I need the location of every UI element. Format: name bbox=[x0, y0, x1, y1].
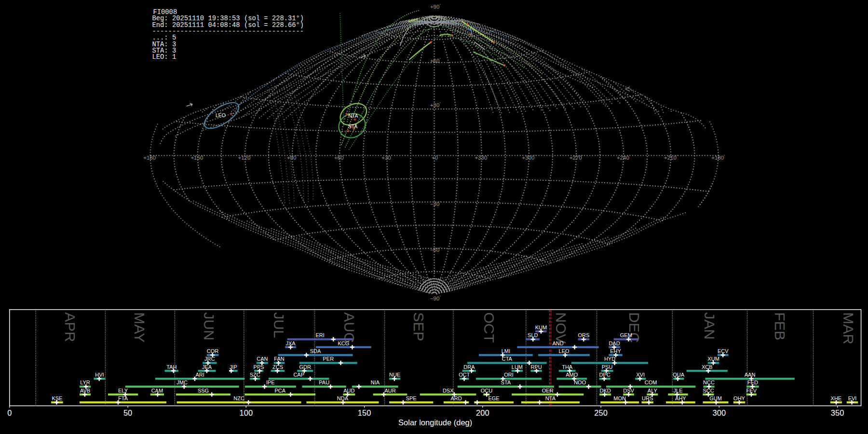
svg-text:AUD: AUD bbox=[343, 388, 354, 393]
svg-text:300: 300 bbox=[713, 408, 726, 417]
svg-text:KUM: KUM bbox=[535, 325, 547, 330]
svg-text:+270˚: +270˚ bbox=[570, 154, 583, 161]
svg-text:+60˚: +60˚ bbox=[334, 154, 345, 161]
svg-text:FTA: FTA bbox=[118, 395, 128, 401]
svg-text:CTA: CTA bbox=[502, 356, 513, 362]
svg-text:+90˚: +90˚ bbox=[430, 3, 441, 10]
svg-text:PPS: PPS bbox=[254, 364, 264, 370]
svg-text:NTA: NTA bbox=[348, 113, 358, 119]
svg-text:NUE: NUE bbox=[389, 372, 400, 378]
svg-text:AVB: AVB bbox=[80, 388, 90, 393]
svg-text:XCB: XCB bbox=[702, 364, 713, 370]
svg-text:QUA: QUA bbox=[673, 372, 685, 378]
svg-text:FAN: FAN bbox=[274, 356, 284, 362]
svg-text:GDR: GDR bbox=[299, 364, 311, 370]
svg-text:JUL: JUL bbox=[271, 312, 287, 338]
svg-text:LUM: LUM bbox=[512, 364, 523, 370]
svg-text:−90˚: −90˚ bbox=[430, 295, 441, 301]
svg-text:ELY: ELY bbox=[118, 388, 128, 393]
svg-text:ORS: ORS bbox=[578, 332, 589, 338]
svg-text:OER: OER bbox=[542, 388, 554, 393]
svg-text:OCT: OCT bbox=[481, 312, 497, 343]
svg-text:+30˚: +30˚ bbox=[430, 102, 441, 108]
svg-text:LMI: LMI bbox=[502, 348, 510, 354]
svg-text:PAU: PAU bbox=[319, 380, 329, 385]
svg-text:+60˚: +60˚ bbox=[430, 57, 441, 64]
svg-text:DSV: DSV bbox=[623, 388, 634, 393]
svg-text:EHY: EHY bbox=[610, 348, 621, 354]
svg-text:SPE: SPE bbox=[406, 395, 417, 401]
svg-text:XHE: XHE bbox=[831, 395, 842, 401]
svg-text:PCA: PCA bbox=[274, 388, 285, 393]
svg-text:NDA: NDA bbox=[337, 395, 349, 401]
svg-text:ALY: ALY bbox=[648, 388, 658, 393]
svg-text:100: 100 bbox=[240, 408, 253, 417]
svg-text:EVI: EVI bbox=[848, 395, 857, 401]
svg-text:JLE: JLE bbox=[674, 388, 683, 393]
svg-text:JEA: JEA bbox=[202, 364, 212, 370]
svg-text:SLD: SLD bbox=[528, 332, 538, 338]
svg-text:MAR: MAR bbox=[841, 312, 856, 345]
svg-text:MAY: MAY bbox=[132, 312, 148, 343]
svg-text:DRA: DRA bbox=[463, 364, 475, 370]
svg-text:ARI: ARI bbox=[196, 372, 204, 378]
svg-text:250: 250 bbox=[594, 408, 608, 417]
svg-text:APR: APR bbox=[62, 312, 78, 342]
svg-text:HYD: HYD bbox=[604, 356, 615, 362]
svg-text:ERI: ERI bbox=[315, 332, 324, 338]
svg-text:LYR: LYR bbox=[80, 380, 90, 385]
svg-text:XVI: XVI bbox=[636, 372, 645, 378]
svg-text:CAP: CAP bbox=[293, 372, 304, 378]
svg-text:AND: AND bbox=[552, 340, 563, 346]
svg-text:NZC: NZC bbox=[233, 395, 244, 401]
svg-text:NOO: NOO bbox=[574, 380, 586, 385]
svg-text:+330˚: +330˚ bbox=[475, 154, 488, 161]
svg-text:FEB: FEB bbox=[772, 312, 788, 340]
svg-text:JIP: JIP bbox=[230, 364, 237, 370]
svg-text:NCC: NCC bbox=[703, 380, 715, 385]
svg-text:IPE: IPE bbox=[266, 380, 275, 385]
svg-text:GUM: GUM bbox=[709, 395, 722, 401]
svg-text:STA: STA bbox=[348, 123, 358, 129]
svg-text:LEO: LEO bbox=[216, 112, 226, 118]
svg-text:ZCS: ZCS bbox=[272, 364, 283, 370]
svg-text:DKD: DKD bbox=[599, 388, 610, 393]
svg-text:OHY: OHY bbox=[733, 395, 746, 401]
svg-text:AAN: AAN bbox=[745, 372, 756, 378]
svg-text:+180˚: +180˚ bbox=[711, 154, 725, 161]
svg-text:AMO: AMO bbox=[566, 372, 578, 378]
svg-text:TAH: TAH bbox=[166, 364, 176, 370]
svg-text:SDA: SDA bbox=[310, 348, 321, 354]
svg-text:AUR: AUR bbox=[384, 388, 395, 393]
svg-text:NTA: NTA bbox=[545, 395, 556, 401]
svg-text:+180˚: +180˚ bbox=[143, 154, 157, 161]
svg-text:MON: MON bbox=[613, 395, 626, 401]
svg-text:DPC: DPC bbox=[599, 372, 610, 378]
svg-text:SSG: SSG bbox=[198, 388, 209, 393]
svg-text:CAM: CAM bbox=[151, 388, 163, 393]
svg-text:−30˚: −30˚ bbox=[430, 201, 441, 207]
svg-text:350: 350 bbox=[831, 408, 844, 417]
svg-text:LEO: 1: LEO: 1 bbox=[152, 54, 176, 61]
svg-text:0: 0 bbox=[7, 408, 12, 417]
svg-text:DSX: DSX bbox=[443, 388, 454, 393]
svg-text:RPU: RPU bbox=[531, 364, 542, 370]
svg-text:GEM: GEM bbox=[620, 332, 632, 338]
svg-text:KCG: KCG bbox=[338, 340, 349, 346]
svg-text:CAN: CAN bbox=[257, 356, 268, 362]
svg-text:Solar longitude (deg): Solar longitude (deg) bbox=[398, 418, 472, 427]
svg-text:PER: PER bbox=[323, 356, 334, 362]
svg-text:JXA: JXA bbox=[285, 340, 296, 346]
svg-text:JUN: JUN bbox=[201, 312, 217, 340]
svg-text:JAN: JAN bbox=[702, 312, 718, 340]
svg-text:150: 150 bbox=[358, 408, 371, 417]
svg-text:200: 200 bbox=[476, 408, 489, 417]
svg-text:JRC: JRC bbox=[204, 356, 215, 362]
svg-text:HVI: HVI bbox=[95, 372, 104, 378]
svg-text:ORI: ORI bbox=[504, 372, 514, 378]
svg-text:URS: URS bbox=[642, 395, 653, 401]
svg-text:NIA: NIA bbox=[371, 380, 380, 385]
svg-text:ECV: ECV bbox=[718, 348, 729, 354]
svg-text:+150˚: +150˚ bbox=[190, 154, 204, 161]
svg-text:50: 50 bbox=[123, 408, 132, 417]
